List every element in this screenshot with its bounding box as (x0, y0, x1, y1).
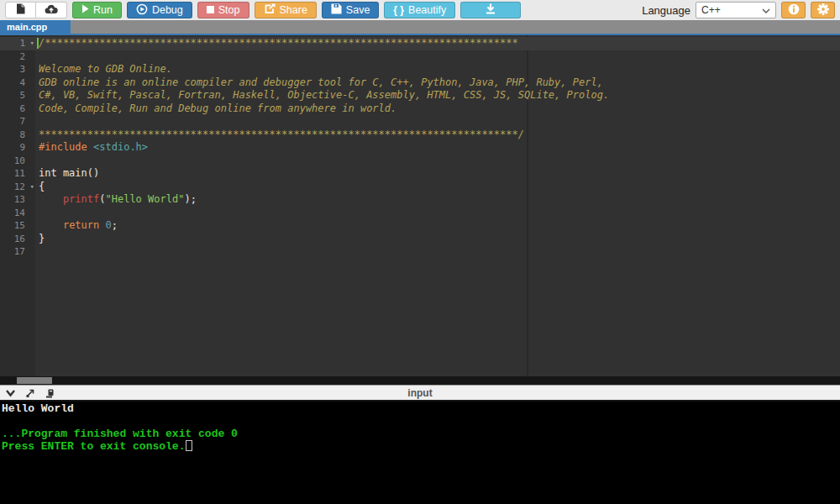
file-button-group (5, 2, 67, 18)
code-line[interactable]: 10 (0, 155, 840, 168)
code-line-text (35, 50, 39, 64)
text-cursor (37, 38, 39, 49)
code-line[interactable]: 4GDB online is an online compiler and de… (0, 76, 840, 90)
code-line[interactable]: 9#include <stdio.h> (0, 141, 840, 155)
console-line: ...Program finished with exit code 0 (2, 428, 840, 440)
debug-button-label: Debug (152, 4, 183, 16)
line-number: 9 (0, 141, 35, 155)
line-number: 12▾ (0, 181, 35, 194)
debug-icon (136, 3, 148, 18)
stop-button-label: Stop (218, 4, 240, 16)
code-line-text: } (35, 233, 45, 246)
gear-icon (817, 3, 829, 18)
line-number: 2 (0, 50, 35, 64)
code-line-text: GDB online is an online compiler and deb… (35, 76, 603, 90)
code-line[interactable]: 12▾{ (0, 181, 840, 194)
code-line[interactable]: 2 (0, 50, 840, 64)
console-line: Hello World (2, 402, 840, 415)
code-line-text: { (35, 181, 45, 194)
chevron-down-icon (762, 4, 770, 16)
run-button-label: Run (93, 4, 113, 16)
code-line[interactable]: 11int main() (0, 167, 840, 181)
new-file-icon (16, 3, 25, 17)
braces-icon: { } (393, 4, 404, 16)
new-file-button[interactable] (5, 2, 36, 18)
stop-icon (207, 4, 214, 16)
editor-lines: 1▾/*************************************… (0, 35, 840, 259)
line-number: 15 (0, 219, 35, 233)
code-line-text (35, 245, 39, 259)
code-editor[interactable]: 1▾/*************************************… (0, 35, 840, 376)
settings-button[interactable] (811, 2, 835, 18)
run-button[interactable]: Run (72, 2, 122, 18)
stop-button[interactable]: Stop (197, 2, 249, 18)
code-line[interactable]: 13 printf("Hello World"); (0, 193, 840, 207)
line-number: 17 (0, 245, 35, 259)
editor-console-splitter[interactable] (0, 376, 840, 385)
code-line[interactable]: 15 return 0; (0, 219, 840, 233)
cloud-upload-icon (45, 4, 58, 17)
console-line: Press ENTER to exit console. (2, 440, 840, 453)
upload-button[interactable] (36, 2, 67, 18)
splitter-handle[interactable] (17, 377, 52, 384)
line-number: 16 (0, 233, 35, 246)
line-number: 6 (0, 102, 35, 116)
line-number: 14 (0, 207, 35, 220)
share-icon (264, 3, 276, 17)
line-number: 10 (0, 155, 35, 168)
code-line-text: C#, VB, Swift, Pascal, Fortran, Haskell,… (35, 89, 609, 102)
code-line-text: printf("Hello World"); (35, 193, 197, 207)
language-select[interactable]: C++ (696, 2, 776, 18)
console-cursor (186, 440, 192, 451)
code-line[interactable]: 5C#, VB, Swift, Pascal, Fortran, Haskell… (0, 89, 840, 102)
main-toolbar: Run Debug Stop Share Save { } Beautify (0, 0, 840, 20)
code-line-text (35, 155, 39, 168)
console-output[interactable]: Hello World...Program finished with exit… (0, 402, 840, 504)
code-line[interactable]: 17 (0, 245, 840, 259)
code-line-text: #include <stdio.h> (35, 141, 148, 155)
code-line[interactable]: 1▾/*************************************… (0, 37, 840, 50)
debug-button[interactable]: Debug (127, 2, 192, 18)
code-line[interactable]: 7 (0, 115, 840, 129)
save-button[interactable]: Save (322, 2, 380, 18)
code-line[interactable]: 14 (0, 207, 840, 220)
code-line[interactable]: 6Code, Compile, Run and Debug online fro… (0, 102, 840, 116)
line-number: 13 (0, 193, 35, 207)
line-number: 5 (0, 89, 35, 102)
toolbar-right-group: Language C++ (642, 2, 835, 18)
beautify-button[interactable]: { } Beautify (384, 2, 455, 18)
line-number: 1▾ (0, 37, 35, 50)
line-number: 7 (0, 115, 35, 129)
tab-main-cpp[interactable]: main.cpp (0, 20, 71, 34)
code-line-text: Welcome to GDB Online. (35, 63, 172, 76)
tab-bar: main.cpp (0, 20, 840, 35)
line-number: 4 (0, 76, 35, 90)
console-line (2, 415, 840, 428)
code-line-text: Code, Compile, Run and Debug online from… (35, 102, 396, 116)
line-number: 8 (0, 129, 35, 142)
code-line-text (35, 207, 39, 220)
beautify-button-label: Beautify (408, 4, 446, 16)
share-button-label: Share (280, 4, 307, 16)
info-button[interactable] (781, 2, 806, 18)
code-line-text: return 0; (35, 219, 118, 233)
code-line-text: ****************************************… (35, 129, 524, 142)
fold-toggle-icon[interactable]: ▾ (30, 181, 34, 194)
code-line[interactable]: 3Welcome to GDB Online. (0, 63, 840, 76)
info-icon (788, 3, 800, 18)
save-icon (331, 3, 342, 17)
code-line[interactable]: 16} (0, 233, 840, 246)
code-line-text: int main() (35, 167, 99, 181)
tab-label: main.cpp (7, 22, 47, 32)
language-label: Language (642, 4, 690, 17)
code-line[interactable]: 8***************************************… (0, 129, 840, 142)
download-icon (485, 3, 496, 17)
download-button[interactable] (460, 2, 521, 18)
play-icon (81, 4, 89, 16)
fold-toggle-icon[interactable]: ▾ (30, 37, 34, 50)
code-line-text: /***************************************… (35, 37, 518, 50)
share-button[interactable]: Share (255, 2, 317, 18)
console-input-label: input (0, 387, 840, 399)
code-line-text (35, 115, 39, 129)
save-button-label: Save (346, 4, 370, 16)
